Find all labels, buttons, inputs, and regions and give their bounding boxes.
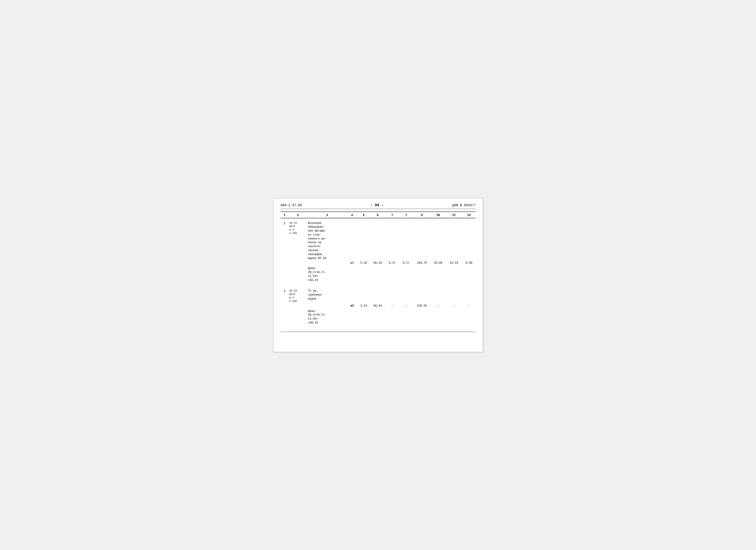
entry3-price: Цена: 20,4+44,7х хI,03= =66,44	[307, 309, 347, 325]
col-header-3: 3	[307, 214, 347, 217]
entry3-col9: 228,55	[413, 304, 431, 308]
entry3-row-num: 3	[281, 289, 289, 303]
entry2-desc: Изоляция оборудова- ния матами из стек- …	[307, 221, 347, 261]
entry-row-3: 3 26-І6 ЦІчІ р.4 п.І06 То же, трубопро- …	[281, 289, 476, 325]
col-header-1: I	[281, 214, 289, 217]
entry3-col6: 66,44	[370, 304, 385, 308]
col-header-7a: 7	[385, 214, 399, 217]
entry3-unit: м3	[347, 304, 357, 308]
entry3-ref: 26-І6 ЦІчІ р.4 п.І06	[289, 289, 307, 303]
col-header-12: I2	[462, 214, 476, 217]
entry3-col7b: —	[399, 304, 413, 308]
entry3-col7a: —	[385, 304, 399, 308]
col-header-6: 6	[370, 214, 385, 217]
entry2-col6: 66,24	[370, 261, 385, 266]
entry2-unit: м3	[347, 261, 357, 266]
header-doc-number: 904-I-57.85	[281, 204, 302, 207]
col-header-4: 4	[347, 214, 357, 217]
entry2-col11: 44,I9	[446, 261, 462, 266]
page-header: 904-I-57.85 - 94 - ЦНВ N 8910/7	[281, 203, 476, 209]
double-separator	[281, 211, 476, 212]
entry3-col5: 3,44	[357, 304, 370, 308]
entry3-col11: —	[446, 304, 462, 308]
entry-row-2: 2 26-І6 ЦІчІ р.4 п.І06 Изоляция оборудов…	[281, 221, 476, 282]
entry2-col5: 5,28	[357, 261, 370, 266]
entry2-col7b: 0,I7	[399, 261, 413, 266]
entry2-ref: 26-І6 ЦІчІ р.4 п.І06	[289, 221, 307, 261]
header-ref-number: ЦНВ N 8910/7	[452, 204, 476, 207]
data-rows: 2 26-І6 ЦІчІ р.4 п.І06 Изоляция оборудов…	[281, 221, 476, 325]
col-header-11: II	[446, 214, 462, 217]
entry2-col9: 349,75	[413, 261, 431, 266]
col-header-9: 9	[413, 214, 431, 217]
column-headers: I 2 3 4 5 6 7 7 9 IO II I2	[281, 213, 476, 218]
entry2-col12: 0,90	[462, 261, 476, 266]
header-page-number: - 94 -	[370, 203, 384, 208]
col-header-10: IO	[431, 214, 446, 217]
page-footer	[281, 332, 476, 333]
col-header-2: 2	[289, 214, 307, 217]
entry2-col7a: 8,37	[385, 261, 399, 266]
col-header-7b: 7	[399, 214, 413, 217]
document-page: 904-I-57.85 - 94 - ЦНВ N 8910/7 I 2 3 4 …	[273, 198, 483, 352]
entry3-desc: То же, трубопро- водов	[307, 289, 347, 303]
entry3-col12: —	[462, 304, 476, 308]
entry2-col10: 45,09	[431, 261, 446, 266]
entry2-row-num: 2	[281, 221, 289, 261]
col-header-5: 5	[357, 214, 370, 217]
entry2-price: Цена: 20,2+44,7х хI,03= =66,24	[307, 266, 347, 282]
entry3-col10: —	[431, 304, 446, 308]
